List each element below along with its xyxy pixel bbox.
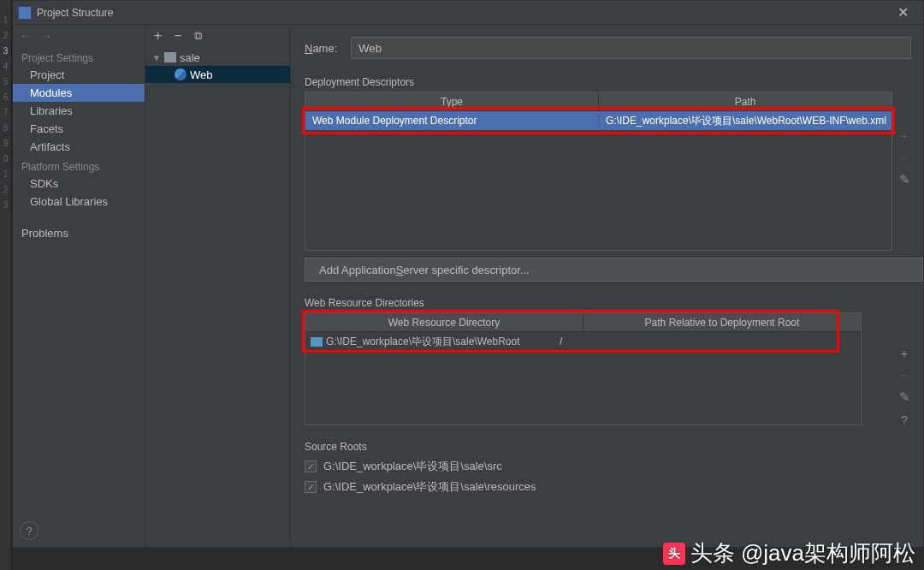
tree-node-web[interactable]: Web [145, 66, 290, 83]
expand-icon[interactable]: ▼ [152, 53, 164, 62]
source-root-row[interactable]: ✓ G:\IDE_workplace\毕设项目\sale\resources [305, 477, 923, 497]
section-project-settings: Project Settings [13, 47, 145, 66]
folder-icon [311, 337, 323, 347]
tree-toolbar: + − ⧉ [145, 25, 290, 47]
folder-icon [164, 52, 176, 62]
tree-label: sale [180, 51, 200, 64]
dd-remove-icon[interactable]: − [897, 150, 912, 165]
copy-icon[interactable]: ⧉ [194, 29, 202, 43]
source-root-row[interactable]: ✓ G:\IDE_workplace\毕设项目\sale\src [305, 456, 923, 477]
deployment-descriptors-title: Deployment Descriptors [305, 76, 923, 88]
titlebar: Project Structure ✕ [13, 1, 923, 25]
section-platform-settings: Platform Settings [13, 156, 145, 175]
dd-add-icon[interactable]: + [897, 128, 912, 143]
dd-header-path: Path [599, 92, 891, 110]
sidebar-item-facets[interactable]: Facets [13, 120, 145, 138]
watermark-text: 头条 @java架构师阿松 [690, 538, 915, 568]
settings-sidebar: ← → Project Settings Project Modules Lib… [13, 25, 145, 547]
forward-icon[interactable]: → [40, 29, 52, 43]
window-title: Project Structure [37, 7, 886, 19]
wrd-remove-icon[interactable]: − [897, 367, 912, 383]
sidebar-item-libraries[interactable]: Libraries [13, 102, 145, 120]
source-root-path: G:\IDE_workplace\毕设项目\sale\resources [323, 479, 536, 495]
sidebar-item-problems[interactable]: Problems [13, 224, 145, 242]
wrd-row[interactable]: G:\IDE_workplace\毕设项目\sale\WebRoot / [305, 332, 861, 351]
help-area: ? [13, 514, 145, 547]
checkbox-icon[interactable]: ✓ [305, 460, 317, 472]
remove-icon[interactable]: − [174, 28, 181, 44]
module-tree-pane: + − ⧉ ▼ sale Web [145, 25, 291, 547]
source-roots-section: Source Roots ✓ G:\IDE_workplace\毕设项目\sal… [305, 437, 923, 497]
project-structure-dialog: Project Structure ✕ ← → Project Settings… [12, 0, 924, 548]
source-roots-title: Source Roots [305, 441, 923, 453]
wrd-cell-path: / [553, 335, 861, 347]
wrd-side-actions: + − ✎ ? [894, 345, 915, 427]
source-root-path: G:\IDE_workplace\毕设项目\sale\src [323, 459, 502, 474]
deployment-descriptors-table: Type Path Web Module Deployment Descript… [305, 92, 892, 251]
tree-node-sale[interactable]: ▼ sale [145, 49, 290, 66]
web-icon [175, 68, 187, 80]
watermark-logo-icon: 头 [663, 543, 685, 565]
web-resource-dirs-table: Web Resource Directory Path Relative to … [305, 312, 862, 425]
dd-header-type: Type [305, 92, 599, 110]
sidebar-item-project[interactable]: Project [13, 66, 145, 84]
name-label: Name: [305, 42, 351, 55]
main-panel: Name: Deployment Descriptors Type Path W… [291, 25, 923, 547]
app-icon [18, 6, 32, 20]
watermark: 头 头条 @java架构师阿松 [663, 538, 915, 568]
name-input[interactable] [351, 37, 911, 59]
wrd-header-dir: Web Resource Directory [305, 313, 583, 331]
web-resource-dirs-title: Web Resource Directories [305, 297, 923, 309]
back-icon[interactable]: ← [20, 29, 32, 43]
checkbox-icon[interactable]: ✓ [305, 481, 317, 493]
module-tree: ▼ sale Web [145, 47, 290, 85]
help-button[interactable]: ? [20, 521, 38, 540]
sidebar-item-sdks[interactable]: SDKs [13, 175, 145, 193]
wrd-help-icon[interactable]: ? [897, 412, 912, 427]
sidebar-item-artifacts[interactable]: Artifacts [13, 138, 145, 156]
dd-cell-path: G:\IDE_workplace\毕设项目\sale\WebRoot\WEB-I… [599, 114, 891, 128]
close-button[interactable]: ✕ [886, 1, 920, 25]
wrd-add-icon[interactable]: + [897, 345, 912, 360]
tree-label: Web [190, 68, 213, 81]
dd-cell-type: Web Module Deployment Descriptor [305, 115, 599, 127]
dd-side-actions: + − ✎ [894, 128, 915, 187]
wrd-header-path: Path Relative to Deployment Root [583, 313, 861, 331]
add-icon[interactable]: + [154, 28, 162, 44]
sidebar-nav-toolbar: ← → [13, 25, 145, 47]
dd-edit-icon[interactable]: ✎ [897, 172, 912, 187]
wrd-edit-icon[interactable]: ✎ [897, 389, 912, 405]
sidebar-item-modules[interactable]: Modules [13, 84, 145, 102]
sidebar-item-global-libraries[interactable]: Global Libraries [13, 193, 145, 211]
wrd-cell-dir: G:\IDE_workplace\毕设项目\sale\WebRoot [326, 335, 520, 349]
dd-row[interactable]: Web Module Deployment Descriptor G:\IDE_… [305, 111, 891, 130]
add-app-server-descriptor-button[interactable]: Add Application Server specific descript… [305, 258, 923, 282]
line-gutter: 1234567890123 [0, 0, 12, 570]
